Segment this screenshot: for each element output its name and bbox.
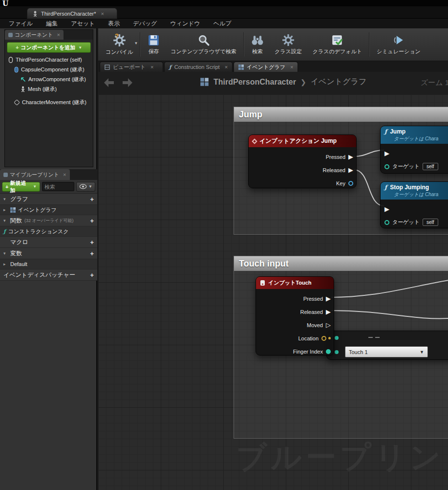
exec-pin[interactable]: ▶ [348,154,353,160]
component-row-capsule[interactable]: CapsuleComponent (継承) [5,65,93,74]
graph-icon [200,78,209,86]
compile-button[interactable]: ? コンパイル ▼ [100,28,138,61]
breadcrumb-current[interactable]: イベントグラフ [311,77,367,87]
search-button[interactable]: 検索 [246,28,269,61]
node-touch-finger-select[interactable]: Touch 1 ▼ [326,331,448,360]
tab-viewport[interactable]: ビューポート × [100,62,163,72]
node-header[interactable]: ƒ Jump ターゲットは Chara [381,126,448,144]
item-default-category[interactable]: ▸ Default [0,259,97,269]
add-icon[interactable]: + [90,196,94,203]
location-pin[interactable] [321,336,326,341]
comment-header[interactable]: Touch input [234,256,448,271]
close-icon[interactable]: × [225,64,228,70]
target-pin[interactable] [384,220,389,225]
class-settings-button[interactable]: クラス設定 [269,28,307,61]
node-header[interactable]: インプットTouch [256,277,334,289]
component-row-self[interactable]: ThirdPersonCharacter (self) [5,55,93,65]
close-icon[interactable]: × [290,64,293,70]
compile-label: コンパイル [106,48,133,56]
exec-pin[interactable]: ▶ [384,206,389,212]
section-variables[interactable]: ▾ 変数 + [0,248,97,259]
back-arrow-icon[interactable] [103,77,115,88]
menu-window[interactable]: ウィンドウ [170,20,200,28]
add-icon[interactable]: + [90,239,94,246]
item-construction-script[interactable]: ƒ コンストラクションスク [0,226,97,237]
exec-pin[interactable]: ▶ [326,309,331,315]
node-input-action-jump[interactable]: インプットアクション Jump Pressed ▶ Released ▶ Key [248,134,357,188]
node-input-touch[interactable]: インプットTouch Pressed ▶ Released ▶ Moved ▷ … [256,276,334,356]
node-header[interactable]: インプットアクション Jump [249,135,356,147]
components-tree: ThirdPersonCharacter (self) CapsuleCompo… [5,55,93,107]
menu-file[interactable]: ファイル [9,20,33,28]
exec-pin[interactable]: ▶ [348,167,353,173]
pin-label: ターゲット [392,219,420,226]
close-icon[interactable]: × [63,172,66,178]
pin-label: Released [300,309,323,315]
toolbar-separator [243,32,244,57]
target-pin[interactable] [384,164,389,169]
node-title: インプットTouch [268,279,311,287]
exec-pin[interactable]: ▶ [384,150,389,156]
forward-arrow-icon[interactable] [122,77,133,88]
comment-header[interactable]: Jump [234,107,448,122]
breadcrumb-root[interactable]: ThirdPersonCharacter [213,78,296,87]
menu-debug[interactable]: デバッグ [133,20,157,28]
close-icon[interactable]: × [150,64,153,70]
new-add-button[interactable]: + 新規追加 ▼ [2,182,40,192]
tab-construction-script[interactable]: ƒ Construction Script × [164,62,233,72]
node-stop-jumping[interactable]: ƒ Stop Jumping ターゲットは Chara ▶ ターゲット self [380,181,448,228]
asset-tab-thirdpersoncharacter[interactable]: ThirdPersonCharacter* × [27,8,117,19]
input-pin[interactable] [335,336,339,340]
breadcrumb-bar: ThirdPersonCharacter ❯ イベントグラフ ズーム 1 [98,72,448,94]
pin-label: Key [336,180,345,186]
my-blueprint-tab[interactable]: マイブループリント × [0,169,70,180]
function-icon: ƒ [384,184,387,191]
simulation-button[interactable]: シミュレーション [371,28,426,61]
node-subtitle: ターゲットは Chara [394,191,438,198]
menu-edit[interactable]: 編集 [46,20,58,28]
add-icon[interactable]: + [90,271,94,279]
class-defaults-button[interactable]: クラスのデフォルト [307,28,367,61]
touch-index-select[interactable]: Touch 1 ▼ [345,346,428,357]
item-event-graph[interactable]: ▸ イベントグラフ [0,205,97,215]
close-icon[interactable]: × [101,11,104,17]
chevron-down-icon: ▼ [78,45,82,50]
exec-pin[interactable]: ▷ [326,322,331,328]
menu-help[interactable]: ヘルプ [213,20,232,28]
my-blueprint-search-input[interactable] [42,182,74,191]
finger-index-pin[interactable] [326,349,331,354]
chevron-right-icon: ▸ [3,207,8,212]
chevron-down-icon: ▾ [3,251,8,256]
component-row-arrow[interactable]: ArrowComponent (継承) [5,74,93,84]
node-header[interactable]: ƒ Stop Jumping ターゲットは Chara [381,182,448,200]
menu-asset[interactable]: アセット [71,20,95,28]
section-event-dispatcher[interactable]: イベントディスパッチャー + [0,269,97,281]
component-row-mesh[interactable]: Mesh (継承) [5,84,93,94]
add-component-button[interactable]: + コンポーネントを追加 ▼ [7,42,91,53]
component-row-movement[interactable]: CharacterMovement (継承) [5,97,93,107]
find-in-content-browser-icon [197,34,210,46]
pin-label: Moved [307,322,323,328]
input-pin[interactable] [335,350,339,354]
key-pin[interactable] [348,181,353,186]
target-self-value: self [423,163,438,170]
section-graph[interactable]: ▾ グラフ + [0,194,97,205]
add-icon[interactable]: + [90,217,94,224]
section-macro[interactable]: マクロ + [0,237,97,248]
character-icon [32,11,38,17]
add-icon[interactable]: + [90,250,94,257]
close-icon[interactable]: × [57,32,60,38]
node-jump[interactable]: ƒ Jump ターゲットは Chara ▶ ターゲット self [380,126,448,174]
find-in-content-browser-button[interactable]: コンテンツブラウザで検索 [165,28,242,61]
menu-view[interactable]: 表示 [108,20,120,28]
chevron-down-icon[interactable]: ▼ [134,41,138,45]
exec-pin[interactable]: ▶ [326,295,331,302]
section-functions[interactable]: ▾ 関数 (32 オーバーライド可能) + [0,215,97,226]
function-icon: ƒ [384,128,387,135]
tab-event-graph[interactable]: イベントグラフ × [234,62,298,72]
save-button[interactable]: 保存 [142,28,165,61]
simulate-icon [392,34,405,46]
components-tab[interactable]: コンポーネント × [5,30,64,40]
event-graph-canvas[interactable]: ブループリント Jump Touch input インプットアクション Jump… [98,94,448,490]
visibility-filter-button[interactable]: ▼ [76,182,95,192]
